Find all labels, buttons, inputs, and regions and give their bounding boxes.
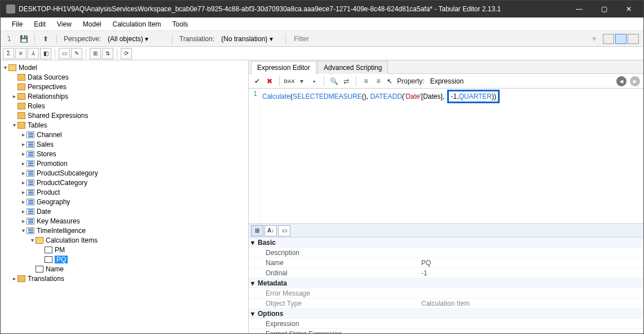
- node-perspectives[interactable]: Perspectives: [28, 83, 67, 91]
- node-pm[interactable]: PM: [55, 246, 65, 254]
- window-title: DESKTOP-HH1V9AQ\AnalysisServicesWorkspac…: [19, 5, 567, 13]
- node-timeintelligence[interactable]: TimeIntelligence: [37, 227, 86, 235]
- menu-bar: File Edit View Model Calculation Item To…: [1, 17, 643, 31]
- folder-icon[interactable]: ▭: [59, 48, 70, 59]
- list-icon[interactable]: ≡: [15, 48, 27, 59]
- cube-icon[interactable]: ◧: [40, 48, 51, 59]
- accept-icon[interactable]: ✔: [252, 76, 262, 86]
- view-tree-icon[interactable]: [603, 34, 614, 44]
- hierarchy-icon[interactable]: ⅄: [28, 48, 39, 59]
- maximize-button[interactable]: ▢: [592, 1, 616, 17]
- filter-icon[interactable]: ▼: [589, 34, 599, 44]
- view-split-icon[interactable]: [615, 34, 627, 44]
- node-table[interactable]: Geography: [37, 198, 70, 206]
- prop-format-string[interactable]: Format String Expression: [249, 330, 418, 334]
- translation-label: Translation:: [179, 35, 214, 43]
- node-relationships[interactable]: Relationships: [28, 93, 68, 100]
- table-icon: [27, 189, 34, 196]
- node-table[interactable]: Promotion: [37, 160, 68, 168]
- prop-ordinal-value[interactable]: -1: [418, 269, 643, 277]
- dropdown-icon[interactable]: ▾: [297, 76, 307, 86]
- node-table[interactable]: Date: [37, 208, 51, 216]
- property-grid[interactable]: ▾Basic Description NamePQ Ordinal-1 ▾Met…: [249, 238, 643, 333]
- translation-combo[interactable]: (No translation) ▾: [219, 34, 281, 44]
- sort-icon[interactable]: ⇅: [102, 48, 113, 59]
- indent-icon[interactable]: ≡: [361, 76, 371, 86]
- outdent-icon[interactable]: ≡: [373, 76, 383, 86]
- node-calcitems[interactable]: Calculation Items: [46, 236, 98, 244]
- calc-item-icon: [45, 256, 52, 263]
- node-table[interactable]: Sales: [37, 140, 54, 148]
- table-icon: [27, 160, 34, 167]
- node-model[interactable]: Model: [19, 64, 37, 72]
- tab-expression-editor[interactable]: Expression Editor: [251, 61, 316, 74]
- prop-ordinal[interactable]: Ordinal: [249, 269, 418, 277]
- folder-icon: [17, 93, 25, 100]
- table-icon: [27, 179, 34, 186]
- sigma-icon[interactable]: Σ: [3, 48, 14, 59]
- prop-name-value[interactable]: PQ: [418, 259, 643, 267]
- menu-calculation-item[interactable]: Calculation Item: [107, 19, 167, 30]
- close-button[interactable]: ✕: [616, 1, 641, 17]
- edit-icon[interactable]: ✎: [71, 48, 82, 59]
- deploy-icon[interactable]: ⬆: [41, 34, 51, 44]
- folder-icon: [17, 112, 25, 119]
- save-icon[interactable]: 💾: [19, 34, 29, 44]
- columns-icon[interactable]: ⊞: [90, 48, 101, 59]
- node-shared-expr[interactable]: Shared Expressions: [28, 112, 88, 120]
- code-line[interactable]: Calculate(SELECTEDMEASURE(), DATEADD('Da…: [260, 89, 502, 223]
- menu-edit[interactable]: Edit: [28, 19, 51, 30]
- nav-forward-icon[interactable]: ►: [630, 76, 640, 86]
- cat-options[interactable]: Options: [258, 310, 283, 318]
- filter-input[interactable]: [290, 34, 586, 44]
- property-value[interactable]: Expression: [430, 77, 464, 85]
- dax-format-icon[interactable]: DAX: [284, 76, 294, 86]
- perspective-combo[interactable]: (All objects) ▾: [105, 34, 167, 44]
- line-gutter: 1: [249, 89, 260, 223]
- model-icon: [8, 64, 16, 71]
- dax-editor[interactable]: 1 Calculate(SELECTEDMEASURE(), DATEADD('…: [249, 89, 643, 224]
- prop-name[interactable]: Name: [249, 259, 418, 267]
- menu-tools[interactable]: Tools: [167, 19, 194, 30]
- table-icon: [27, 170, 34, 177]
- prop-page-icon[interactable]: ▭: [278, 225, 290, 236]
- menu-view[interactable]: View: [51, 19, 77, 30]
- model-tree[interactable]: ▾Model Data Sources Perspectives ▸Relati…: [1, 60, 249, 333]
- prop-description[interactable]: Description: [249, 249, 418, 257]
- node-table[interactable]: Stores: [37, 150, 56, 158]
- node-table[interactable]: ProductCategory: [37, 179, 87, 187]
- node-table[interactable]: Key Measures: [37, 217, 80, 225]
- cancel-icon[interactable]: ✖: [264, 76, 275, 86]
- node-name-col[interactable]: Name: [46, 265, 64, 273]
- table-icon: [27, 199, 34, 205]
- nav-back-icon[interactable]: ◄: [616, 76, 627, 86]
- node-table[interactable]: ProductSubcategory: [37, 169, 98, 177]
- open-icon[interactable]: ⤵: [4, 34, 14, 44]
- minimize-button[interactable]: —: [567, 1, 592, 17]
- cat-metadata[interactable]: Metadata: [258, 279, 287, 287]
- node-roles[interactable]: Roles: [28, 102, 45, 110]
- refresh-icon[interactable]: ⟳: [121, 48, 132, 59]
- cat-basic[interactable]: Basic: [258, 239, 276, 247]
- folder-icon: [17, 74, 25, 81]
- menu-model[interactable]: Model: [77, 19, 107, 30]
- node-table[interactable]: Product: [37, 188, 60, 196]
- node-table[interactable]: Channel: [37, 131, 62, 139]
- node-datasources[interactable]: Data Sources: [28, 73, 69, 81]
- folder-icon: [17, 122, 25, 129]
- alphabetical-icon[interactable]: A↓: [264, 225, 277, 236]
- replace-icon[interactable]: ⇄: [341, 76, 351, 86]
- tab-advanced-scripting[interactable]: Advanced Scripting: [317, 61, 388, 74]
- comment-icon[interactable]: ▪: [309, 76, 319, 86]
- properties-toolbar: ⊞ A↓ ▭: [249, 224, 643, 238]
- menu-file[interactable]: File: [6, 19, 28, 30]
- folder-icon: [17, 275, 25, 282]
- view-list-icon[interactable]: [628, 34, 639, 44]
- node-translations[interactable]: Translations: [28, 275, 64, 283]
- prop-expression[interactable]: Expression: [249, 320, 418, 328]
- node-pq-selected[interactable]: PQ: [55, 256, 68, 263]
- node-tables[interactable]: Tables: [28, 121, 47, 129]
- categorized-icon[interactable]: ⊞: [251, 225, 263, 236]
- find-icon[interactable]: 🔍: [329, 76, 339, 86]
- folder-icon: [17, 103, 25, 109]
